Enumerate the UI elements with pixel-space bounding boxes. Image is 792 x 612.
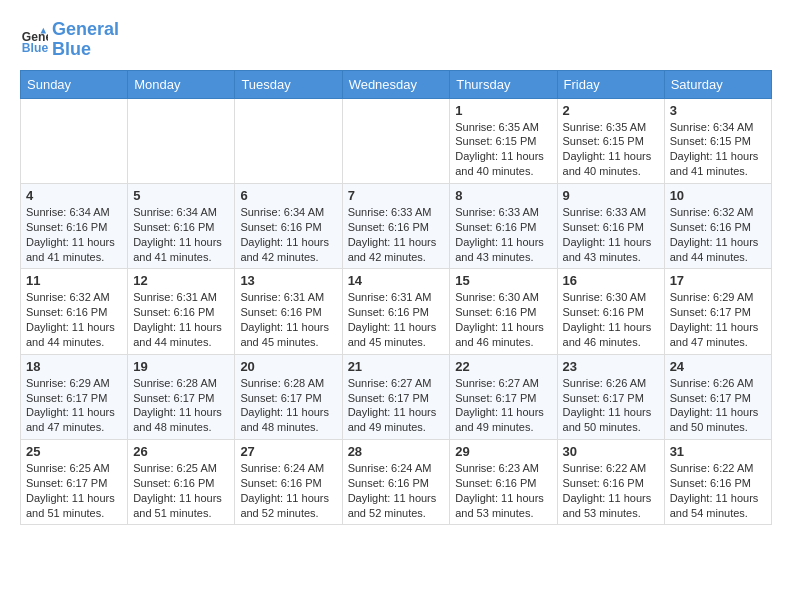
day-cell bbox=[342, 98, 450, 183]
day-number: 19 bbox=[133, 359, 229, 374]
day-number: 29 bbox=[455, 444, 551, 459]
day-info: Sunrise: 6:31 AM Sunset: 6:16 PM Dayligh… bbox=[133, 290, 229, 349]
day-cell: 7 Sunrise: 6:33 AM Sunset: 6:16 PM Dayli… bbox=[342, 183, 450, 268]
calendar-table: SundayMondayTuesdayWednesdayThursdayFrid… bbox=[20, 70, 772, 526]
day-number: 16 bbox=[563, 273, 659, 288]
day-info: Sunrise: 6:24 AM Sunset: 6:16 PM Dayligh… bbox=[348, 461, 445, 520]
day-number: 10 bbox=[670, 188, 766, 203]
day-info: Sunrise: 6:32 AM Sunset: 6:16 PM Dayligh… bbox=[26, 290, 122, 349]
day-cell: 4 Sunrise: 6:34 AM Sunset: 6:16 PM Dayli… bbox=[21, 183, 128, 268]
day-number: 23 bbox=[563, 359, 659, 374]
day-cell: 9 Sunrise: 6:33 AM Sunset: 6:16 PM Dayli… bbox=[557, 183, 664, 268]
logo: General Blue GeneralBlue bbox=[20, 20, 119, 60]
day-info: Sunrise: 6:29 AM Sunset: 6:17 PM Dayligh… bbox=[670, 290, 766, 349]
day-info: Sunrise: 6:30 AM Sunset: 6:16 PM Dayligh… bbox=[455, 290, 551, 349]
day-info: Sunrise: 6:34 AM Sunset: 6:16 PM Dayligh… bbox=[133, 205, 229, 264]
day-number: 11 bbox=[26, 273, 122, 288]
day-cell: 13 Sunrise: 6:31 AM Sunset: 6:16 PM Dayl… bbox=[235, 269, 342, 354]
day-number: 9 bbox=[563, 188, 659, 203]
day-number: 25 bbox=[26, 444, 122, 459]
day-number: 2 bbox=[563, 103, 659, 118]
day-number: 4 bbox=[26, 188, 122, 203]
logo-icon: General Blue bbox=[20, 26, 48, 54]
day-cell: 12 Sunrise: 6:31 AM Sunset: 6:16 PM Dayl… bbox=[128, 269, 235, 354]
day-number: 30 bbox=[563, 444, 659, 459]
header-row: SundayMondayTuesdayWednesdayThursdayFrid… bbox=[21, 70, 772, 98]
day-cell: 19 Sunrise: 6:28 AM Sunset: 6:17 PM Dayl… bbox=[128, 354, 235, 439]
day-info: Sunrise: 6:22 AM Sunset: 6:16 PM Dayligh… bbox=[670, 461, 766, 520]
day-cell: 23 Sunrise: 6:26 AM Sunset: 6:17 PM Dayl… bbox=[557, 354, 664, 439]
day-info: Sunrise: 6:24 AM Sunset: 6:16 PM Dayligh… bbox=[240, 461, 336, 520]
day-info: Sunrise: 6:26 AM Sunset: 6:17 PM Dayligh… bbox=[563, 376, 659, 435]
page-header: General Blue GeneralBlue bbox=[20, 20, 772, 60]
day-info: Sunrise: 6:28 AM Sunset: 6:17 PM Dayligh… bbox=[240, 376, 336, 435]
day-info: Sunrise: 6:35 AM Sunset: 6:15 PM Dayligh… bbox=[563, 120, 659, 179]
day-header-saturday: Saturday bbox=[664, 70, 771, 98]
day-header-thursday: Thursday bbox=[450, 70, 557, 98]
day-header-monday: Monday bbox=[128, 70, 235, 98]
day-number: 24 bbox=[670, 359, 766, 374]
day-cell: 21 Sunrise: 6:27 AM Sunset: 6:17 PM Dayl… bbox=[342, 354, 450, 439]
day-cell: 6 Sunrise: 6:34 AM Sunset: 6:16 PM Dayli… bbox=[235, 183, 342, 268]
day-header-tuesday: Tuesday bbox=[235, 70, 342, 98]
day-number: 6 bbox=[240, 188, 336, 203]
day-cell: 15 Sunrise: 6:30 AM Sunset: 6:16 PM Dayl… bbox=[450, 269, 557, 354]
day-cell: 2 Sunrise: 6:35 AM Sunset: 6:15 PM Dayli… bbox=[557, 98, 664, 183]
day-number: 31 bbox=[670, 444, 766, 459]
day-info: Sunrise: 6:27 AM Sunset: 6:17 PM Dayligh… bbox=[348, 376, 445, 435]
day-info: Sunrise: 6:35 AM Sunset: 6:15 PM Dayligh… bbox=[455, 120, 551, 179]
day-number: 15 bbox=[455, 273, 551, 288]
day-number: 20 bbox=[240, 359, 336, 374]
day-cell: 5 Sunrise: 6:34 AM Sunset: 6:16 PM Dayli… bbox=[128, 183, 235, 268]
day-number: 1 bbox=[455, 103, 551, 118]
day-header-wednesday: Wednesday bbox=[342, 70, 450, 98]
day-info: Sunrise: 6:34 AM Sunset: 6:16 PM Dayligh… bbox=[240, 205, 336, 264]
week-row-3: 11 Sunrise: 6:32 AM Sunset: 6:16 PM Dayl… bbox=[21, 269, 772, 354]
day-info: Sunrise: 6:27 AM Sunset: 6:17 PM Dayligh… bbox=[455, 376, 551, 435]
day-cell: 26 Sunrise: 6:25 AM Sunset: 6:16 PM Dayl… bbox=[128, 440, 235, 525]
day-cell: 8 Sunrise: 6:33 AM Sunset: 6:16 PM Dayli… bbox=[450, 183, 557, 268]
day-cell: 3 Sunrise: 6:34 AM Sunset: 6:15 PM Dayli… bbox=[664, 98, 771, 183]
day-number: 13 bbox=[240, 273, 336, 288]
day-info: Sunrise: 6:31 AM Sunset: 6:16 PM Dayligh… bbox=[348, 290, 445, 349]
day-cell: 31 Sunrise: 6:22 AM Sunset: 6:16 PM Dayl… bbox=[664, 440, 771, 525]
day-info: Sunrise: 6:23 AM Sunset: 6:16 PM Dayligh… bbox=[455, 461, 551, 520]
logo-text: GeneralBlue bbox=[52, 20, 119, 60]
day-cell: 11 Sunrise: 6:32 AM Sunset: 6:16 PM Dayl… bbox=[21, 269, 128, 354]
day-cell: 22 Sunrise: 6:27 AM Sunset: 6:17 PM Dayl… bbox=[450, 354, 557, 439]
week-row-2: 4 Sunrise: 6:34 AM Sunset: 6:16 PM Dayli… bbox=[21, 183, 772, 268]
day-cell bbox=[235, 98, 342, 183]
day-cell: 25 Sunrise: 6:25 AM Sunset: 6:17 PM Dayl… bbox=[21, 440, 128, 525]
day-number: 26 bbox=[133, 444, 229, 459]
day-number: 17 bbox=[670, 273, 766, 288]
day-number: 12 bbox=[133, 273, 229, 288]
day-number: 22 bbox=[455, 359, 551, 374]
day-info: Sunrise: 6:33 AM Sunset: 6:16 PM Dayligh… bbox=[348, 205, 445, 264]
day-info: Sunrise: 6:30 AM Sunset: 6:16 PM Dayligh… bbox=[563, 290, 659, 349]
day-cell: 16 Sunrise: 6:30 AM Sunset: 6:16 PM Dayl… bbox=[557, 269, 664, 354]
day-cell: 18 Sunrise: 6:29 AM Sunset: 6:17 PM Dayl… bbox=[21, 354, 128, 439]
day-number: 27 bbox=[240, 444, 336, 459]
day-cell: 30 Sunrise: 6:22 AM Sunset: 6:16 PM Dayl… bbox=[557, 440, 664, 525]
day-number: 28 bbox=[348, 444, 445, 459]
day-info: Sunrise: 6:22 AM Sunset: 6:16 PM Dayligh… bbox=[563, 461, 659, 520]
day-number: 5 bbox=[133, 188, 229, 203]
day-info: Sunrise: 6:25 AM Sunset: 6:16 PM Dayligh… bbox=[133, 461, 229, 520]
day-info: Sunrise: 6:25 AM Sunset: 6:17 PM Dayligh… bbox=[26, 461, 122, 520]
week-row-4: 18 Sunrise: 6:29 AM Sunset: 6:17 PM Dayl… bbox=[21, 354, 772, 439]
day-cell: 24 Sunrise: 6:26 AM Sunset: 6:17 PM Dayl… bbox=[664, 354, 771, 439]
day-info: Sunrise: 6:26 AM Sunset: 6:17 PM Dayligh… bbox=[670, 376, 766, 435]
day-number: 14 bbox=[348, 273, 445, 288]
day-info: Sunrise: 6:31 AM Sunset: 6:16 PM Dayligh… bbox=[240, 290, 336, 349]
day-info: Sunrise: 6:28 AM Sunset: 6:17 PM Dayligh… bbox=[133, 376, 229, 435]
day-info: Sunrise: 6:33 AM Sunset: 6:16 PM Dayligh… bbox=[455, 205, 551, 264]
week-row-1: 1 Sunrise: 6:35 AM Sunset: 6:15 PM Dayli… bbox=[21, 98, 772, 183]
day-cell: 1 Sunrise: 6:35 AM Sunset: 6:15 PM Dayli… bbox=[450, 98, 557, 183]
day-number: 18 bbox=[26, 359, 122, 374]
day-cell: 10 Sunrise: 6:32 AM Sunset: 6:16 PM Dayl… bbox=[664, 183, 771, 268]
day-cell: 20 Sunrise: 6:28 AM Sunset: 6:17 PM Dayl… bbox=[235, 354, 342, 439]
day-cell bbox=[128, 98, 235, 183]
day-cell: 14 Sunrise: 6:31 AM Sunset: 6:16 PM Dayl… bbox=[342, 269, 450, 354]
day-number: 3 bbox=[670, 103, 766, 118]
day-header-sunday: Sunday bbox=[21, 70, 128, 98]
